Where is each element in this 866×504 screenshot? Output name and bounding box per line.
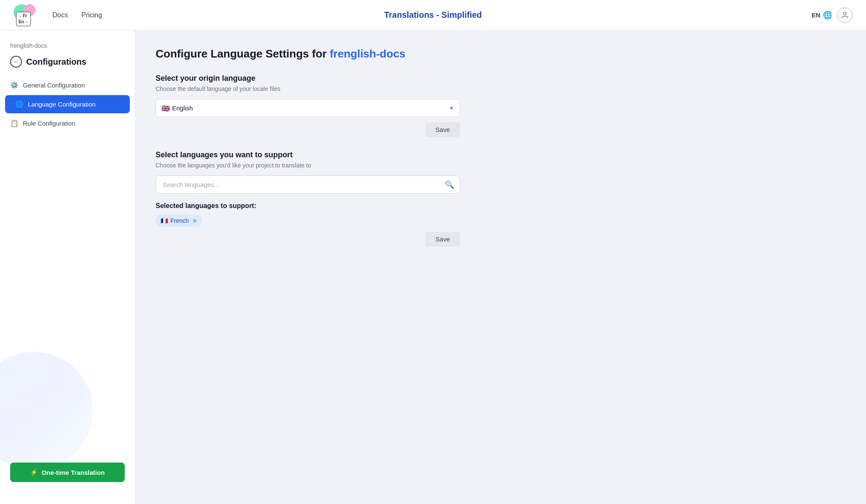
language-icon: 🌐 [15, 100, 24, 108]
language-search-input[interactable] [156, 175, 460, 194]
language-search-wrapper: 🔍 [156, 175, 460, 194]
back-button[interactable]: ← [10, 56, 22, 68]
globe-icon: 🌐 [823, 11, 832, 20]
origin-save-button[interactable]: Save [425, 122, 460, 137]
sidebar-item-general[interactable]: ⚙️ General Configuration [0, 76, 135, 94]
support-section-title: Select languages you want to support [156, 151, 846, 159]
header-right: EN 🌐 [811, 8, 852, 23]
origin-language-select[interactable]: English French Spanish German Italian Po… [156, 99, 460, 117]
sidebar-item-rule-label: Rule Configuration [23, 120, 75, 127]
origin-flag: 🇬🇧 [162, 104, 170, 112]
one-time-translation-button[interactable]: ⚡ One-time Translation [10, 463, 125, 482]
sidebar-item-language-label: Language Configuration [28, 101, 96, 108]
header: ←FrEn→ Docs Pricing Translations - Simpl… [0, 0, 866, 30]
page-title: Configure Language Settings for frenglis… [156, 47, 846, 60]
support-section-desc: Choose the languages you'd like your pro… [156, 162, 846, 169]
support-language-section: Select languages you want to support Cho… [156, 151, 846, 247]
sidebar-item-language[interactable]: 🌐 Language Configuration [5, 95, 130, 113]
remove-french-button[interactable]: ✕ [192, 218, 197, 224]
language-tags: 🇫🇷 French ✕ [156, 215, 846, 227]
sidebar-config-header: ← Configurations [0, 56, 135, 68]
project-link[interactable]: frenglish-docs [330, 47, 406, 60]
sidebar-section-title: Configurations [26, 57, 86, 67]
origin-save-wrapper: Save [156, 122, 460, 137]
language-select-wrapper: 🇬🇧 English French Spanish German Italian… [156, 99, 460, 117]
sidebar-item-rule[interactable]: 📋 Rule Configuration [0, 114, 135, 132]
main-content: Configure Language Settings for frenglis… [135, 30, 866, 504]
sidebar-project: frenglish-docs [0, 42, 135, 49]
logo-area: ←FrEn→ [14, 4, 36, 26]
french-flag: 🇫🇷 [161, 217, 168, 224]
sidebar-item-general-label: General Configuration [23, 82, 85, 89]
lightning-icon: ⚡ [30, 468, 38, 476]
sidebar-nav: ⚙️ General Configuration 🌐 Language Conf… [0, 76, 135, 132]
sidebar: frenglish-docs ← Configurations ⚙️ Gener… [0, 30, 135, 504]
one-time-btn-label: One-time Translation [41, 469, 104, 476]
nav-docs[interactable]: Docs [52, 11, 68, 19]
lang-code: EN [811, 11, 820, 19]
page-layout: frenglish-docs ← Configurations ⚙️ Gener… [0, 30, 866, 504]
language-tag-french: 🇫🇷 French ✕ [156, 215, 202, 227]
main-nav: Docs Pricing [52, 11, 102, 19]
rule-icon: 📋 [10, 119, 19, 127]
french-label: French [170, 217, 189, 224]
origin-language-section: Select your origin language Choose the d… [156, 74, 846, 137]
svg-point-0 [844, 12, 847, 15]
general-icon: ⚙️ [10, 81, 19, 89]
language-badge[interactable]: EN 🌐 [811, 11, 832, 20]
page-title-static: Configure Language Settings for [156, 47, 330, 60]
origin-section-desc: Choose the default language of your loca… [156, 85, 846, 92]
search-icon: 🔍 [445, 180, 454, 189]
logo-icon: ←FrEn→ [14, 4, 36, 26]
selected-languages-label: Selected languages to support: [156, 202, 846, 210]
origin-section-title: Select your origin language [156, 74, 846, 83]
support-save-button[interactable]: Save [425, 232, 460, 247]
user-icon[interactable] [837, 8, 852, 23]
header-title: Translations - Simplified [384, 10, 482, 20]
logo-text: ←FrEn→ [16, 12, 31, 26]
support-save-wrapper: Save [156, 232, 460, 247]
nav-pricing[interactable]: Pricing [81, 11, 102, 19]
sidebar-bottom: ⚡ One-time Translation [0, 452, 135, 492]
